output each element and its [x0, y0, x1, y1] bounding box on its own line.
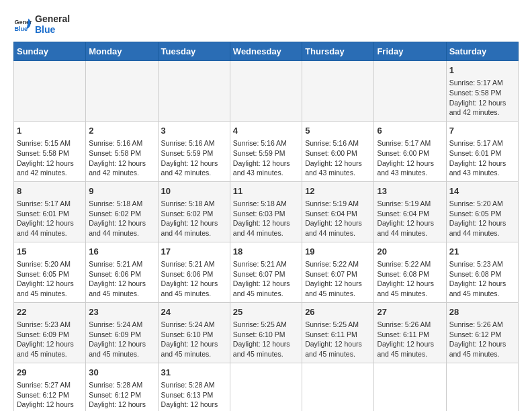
- sunrise-label: Sunrise: 5:26 AM: [449, 320, 503, 328]
- calendar-cell: 11Sunrise: 5:18 AMSunset: 6:03 PMDayligh…: [230, 181, 302, 242]
- calendar-cell: 18Sunrise: 5:21 AMSunset: 6:07 PMDayligh…: [230, 242, 302, 302]
- daylight-label: Daylight: 12 hours and 45 minutes.: [161, 279, 218, 298]
- daylight-label: Daylight: 12 hours and 43 minutes.: [377, 159, 434, 177]
- sunset-label: Sunset: 5:59 PM: [161, 149, 214, 157]
- daylight-label: Daylight: 12 hours and 45 minutes.: [377, 340, 434, 358]
- sunset-label: Sunset: 6:08 PM: [449, 270, 502, 278]
- sunset-label: Sunset: 5:58 PM: [449, 89, 502, 97]
- sunrise-label: Sunrise: 5:25 AM: [233, 320, 287, 328]
- daylight-label: Daylight: 12 hours and 42 minutes.: [161, 159, 218, 177]
- calendar-cell: 6Sunrise: 5:17 AMSunset: 6:00 PMDaylight…: [374, 121, 446, 181]
- calendar-cell: 19Sunrise: 5:22 AMSunset: 6:07 PMDayligh…: [302, 242, 374, 302]
- day-number: 19: [305, 246, 371, 258]
- sunrise-label: Sunrise: 5:18 AM: [161, 199, 215, 208]
- daylight-label: Daylight: 12 hours and 44 minutes.: [17, 219, 74, 237]
- daylight-label: Daylight: 12 hours and 44 minutes.: [449, 219, 506, 237]
- sunset-label: Sunset: 5:58 PM: [89, 149, 141, 157]
- calendar-cell: 25Sunrise: 5:25 AMSunset: 6:10 PMDayligh…: [230, 302, 302, 363]
- daylight-label: Daylight: 12 hours and 45 minutes.: [17, 279, 74, 298]
- sunset-label: Sunset: 6:10 PM: [161, 330, 214, 338]
- sunset-label: Sunset: 6:07 PM: [233, 270, 285, 278]
- sunset-label: Sunset: 6:02 PM: [161, 210, 214, 218]
- calendar-cell: 20Sunrise: 5:22 AMSunset: 6:08 PMDayligh…: [374, 242, 446, 302]
- day-number: 27: [377, 306, 443, 318]
- day-number: 31: [161, 367, 227, 379]
- calendar-cell: [374, 363, 446, 411]
- daylight-label: Daylight: 12 hours and 45 minutes.: [161, 340, 218, 358]
- sunrise-label: Sunrise: 5:23 AM: [449, 260, 503, 268]
- sunrise-label: Sunrise: 5:22 AM: [377, 260, 431, 268]
- sunset-label: Sunset: 6:12 PM: [89, 391, 141, 399]
- day-number: 18: [233, 246, 299, 258]
- col-header-friday: Friday: [374, 42, 446, 61]
- daylight-label: Daylight: 12 hours and 44 minutes.: [89, 400, 146, 411]
- daylight-label: Daylight: 12 hours and 44 minutes.: [377, 219, 434, 237]
- calendar-cell: 5Sunrise: 5:16 AMSunset: 6:00 PMDaylight…: [302, 121, 374, 181]
- calendar-cell: [86, 61, 158, 122]
- day-number: 28: [449, 306, 515, 318]
- logo-icon: General Blue: [13, 15, 32, 34]
- daylight-label: Daylight: 12 hours and 44 minutes.: [89, 219, 146, 237]
- sunset-label: Sunset: 6:04 PM: [377, 210, 429, 218]
- sunrise-label: Sunrise: 5:16 AM: [233, 139, 287, 147]
- day-number: 24: [161, 306, 227, 318]
- sunset-label: Sunset: 6:08 PM: [377, 270, 429, 278]
- calendar-cell: [230, 61, 302, 122]
- daylight-label: Daylight: 12 hours and 45 minutes.: [305, 279, 362, 298]
- sunset-label: Sunset: 6:04 PM: [305, 210, 357, 218]
- calendar-cell: 1Sunrise: 5:17 AMSunset: 5:58 PMDaylight…: [446, 61, 518, 122]
- sunrise-label: Sunrise: 5:20 AM: [17, 260, 71, 268]
- daylight-label: Daylight: 12 hours and 44 minutes.: [161, 219, 218, 237]
- calendar-cell: 31Sunrise: 5:28 AMSunset: 6:13 PMDayligh…: [158, 363, 230, 411]
- calendar-cell: [230, 363, 302, 411]
- daylight-label: Daylight: 12 hours and 44 minutes.: [305, 219, 362, 237]
- calendar-cell: 7Sunrise: 5:17 AMSunset: 6:01 PMDaylight…: [446, 121, 518, 181]
- sunrise-label: Sunrise: 5:26 AM: [377, 320, 431, 328]
- day-number: 2: [89, 125, 154, 137]
- daylight-label: Daylight: 12 hours and 42 minutes.: [449, 99, 506, 117]
- calendar-cell: 24Sunrise: 5:24 AMSunset: 6:10 PMDayligh…: [158, 302, 230, 363]
- calendar-table: SundayMondayTuesdayWednesdayThursdayFrid…: [13, 42, 519, 411]
- sunset-label: Sunset: 5:59 PM: [233, 149, 285, 157]
- week-row-1: 1Sunrise: 5:17 AMSunset: 5:58 PMDaylight…: [14, 61, 519, 122]
- col-header-wednesday: Wednesday: [230, 42, 302, 61]
- sunrise-label: Sunrise: 5:19 AM: [305, 199, 359, 208]
- day-number: 17: [161, 246, 227, 258]
- daylight-label: Daylight: 12 hours and 43 minutes.: [305, 159, 362, 177]
- day-number: 16: [89, 246, 154, 258]
- week-row-6: 29Sunrise: 5:27 AMSunset: 6:12 PMDayligh…: [14, 363, 519, 411]
- sunrise-label: Sunrise: 5:27 AM: [17, 381, 71, 389]
- sunset-label: Sunset: 6:06 PM: [89, 270, 141, 278]
- calendar-cell: [446, 363, 518, 411]
- calendar-cell: 10Sunrise: 5:18 AMSunset: 6:02 PMDayligh…: [158, 181, 230, 242]
- sunrise-label: Sunrise: 5:17 AM: [449, 79, 503, 87]
- sunset-label: Sunset: 6:02 PM: [89, 210, 141, 218]
- calendar-cell: 30Sunrise: 5:28 AMSunset: 6:12 PMDayligh…: [86, 363, 158, 411]
- logo-blue: Blue: [35, 24, 70, 35]
- sunrise-label: Sunrise: 5:16 AM: [305, 139, 359, 147]
- sunrise-label: Sunrise: 5:24 AM: [161, 320, 215, 328]
- sunset-label: Sunset: 6:06 PM: [161, 270, 214, 278]
- sunset-label: Sunset: 6:07 PM: [305, 270, 357, 278]
- day-number: 20: [377, 246, 443, 258]
- svg-text:Blue: Blue: [14, 26, 28, 32]
- sunrise-label: Sunrise: 5:17 AM: [377, 139, 431, 147]
- sunrise-label: Sunrise: 5:15 AM: [17, 139, 71, 147]
- sunset-label: Sunset: 6:00 PM: [377, 149, 429, 157]
- logo: General Blue General Blue: [13, 13, 70, 35]
- col-header-sunday: Sunday: [14, 42, 86, 61]
- week-row-4: 15Sunrise: 5:20 AMSunset: 6:05 PMDayligh…: [14, 242, 519, 302]
- calendar-header-row: SundayMondayTuesdayWednesdayThursdayFrid…: [14, 42, 519, 61]
- calendar-cell: [14, 61, 86, 122]
- sunset-label: Sunset: 6:09 PM: [89, 330, 141, 338]
- col-header-saturday: Saturday: [446, 42, 518, 61]
- calendar-cell: 2Sunrise: 5:16 AMSunset: 5:58 PMDaylight…: [86, 121, 158, 181]
- day-number: 3: [161, 125, 227, 137]
- logo-general: General: [35, 13, 70, 24]
- daylight-label: Daylight: 12 hours and 42 minutes.: [89, 159, 146, 177]
- calendar-cell: 23Sunrise: 5:24 AMSunset: 6:09 PMDayligh…: [86, 302, 158, 363]
- day-number: 30: [89, 367, 154, 379]
- calendar-cell: [302, 363, 374, 411]
- calendar-cell: 26Sunrise: 5:25 AMSunset: 6:11 PMDayligh…: [302, 302, 374, 363]
- sunrise-label: Sunrise: 5:17 AM: [449, 139, 503, 147]
